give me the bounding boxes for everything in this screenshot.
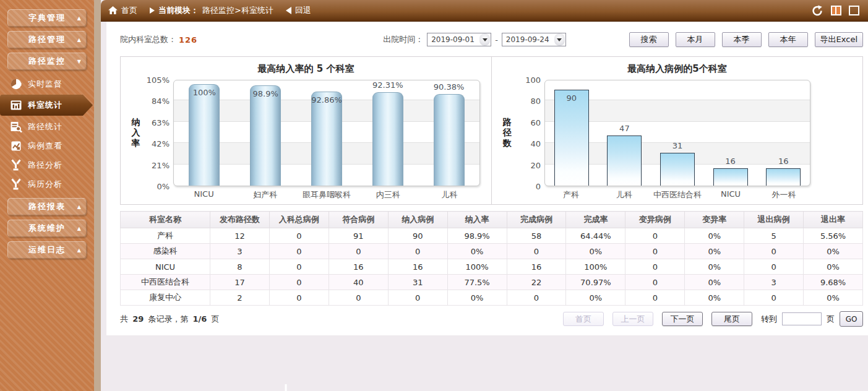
sidebar-item-病例查看[interactable]: 病例查看 bbox=[0, 136, 94, 155]
y-axis-tick: 20 bbox=[530, 161, 541, 170]
table-header-cell: 完成率 bbox=[566, 212, 625, 228]
table-cell: 0 bbox=[388, 244, 447, 259]
record-analysis-icon bbox=[10, 178, 22, 191]
sidebar-item-label: 科室统计 bbox=[28, 100, 62, 111]
chevron-up-icon: ▲ bbox=[77, 15, 81, 21]
table-cell: 中西医结合科 bbox=[121, 275, 210, 290]
search-button[interactable]: 搜索 bbox=[629, 32, 669, 47]
chart-top-admission-rate: 最高纳入率的 5 个科室 纳入率 0%21%42%63%84%105% 100%… bbox=[121, 57, 491, 204]
table-cell: 0 bbox=[329, 290, 388, 306]
y-axis-title: 纳入率 bbox=[131, 117, 141, 148]
topbar: 首页 当前模块： 路径监控>科室统计 回退 bbox=[101, 0, 868, 22]
y-axis-tick: 80 bbox=[530, 97, 541, 106]
home-link[interactable]: 首页 bbox=[121, 5, 137, 16]
sidebar-item-label: 路径统计 bbox=[28, 121, 62, 132]
table-cell: 0% bbox=[804, 244, 863, 259]
table-cell: 0% bbox=[685, 275, 744, 290]
x-axis-label: 眼耳鼻咽喉科 bbox=[296, 189, 357, 200]
table-header-cell: 纳入病例 bbox=[388, 212, 447, 228]
sidebar-edge-strip bbox=[94, 0, 101, 391]
table-cell: 产科 bbox=[121, 228, 210, 244]
table-cell: 91 bbox=[329, 228, 388, 244]
table-cell: 3 bbox=[210, 244, 270, 259]
x-axis-label: NICU bbox=[173, 189, 234, 200]
chevron-down-icon[interactable] bbox=[479, 33, 490, 46]
table-cell: 0% bbox=[804, 259, 863, 275]
table-cell: 0 bbox=[269, 244, 329, 259]
bar bbox=[372, 92, 403, 186]
table-header-cell: 入科总病例 bbox=[269, 212, 329, 228]
go-button[interactable]: GO bbox=[840, 311, 863, 327]
prev-page-button: 上一页 bbox=[612, 312, 653, 326]
sidebar-item-label: 病例查看 bbox=[28, 140, 62, 152]
sidebar-item-科室统计[interactable]: 科室统计 bbox=[0, 95, 93, 116]
this-year-button[interactable]: 本年 bbox=[768, 32, 808, 47]
sidebar-group-路径报表[interactable]: 路径报表▲ bbox=[7, 198, 87, 215]
chevron-up-icon: ▲ bbox=[77, 247, 81, 253]
y-axis-tick: 21% bbox=[152, 161, 170, 170]
x-axis-label: 中西医结合科 bbox=[651, 189, 704, 200]
table-cell: 0% bbox=[566, 290, 625, 306]
sidebar-item-路径统计[interactable]: 路径统计 bbox=[0, 117, 94, 136]
bar-value-label: 98.9% bbox=[253, 89, 278, 98]
plot-area: 9047311616 bbox=[544, 80, 810, 186]
table-cell: 0 bbox=[507, 290, 566, 306]
sidebar-item-label: 实时监督 bbox=[28, 79, 62, 90]
sidebar-group-字典管理[interactable]: 字典管理▲ bbox=[7, 9, 87, 27]
goto-page-input[interactable] bbox=[782, 312, 822, 325]
refresh-icon[interactable] bbox=[811, 5, 823, 17]
sidebar-group-路径监控[interactable]: 路径监控▼ bbox=[7, 53, 87, 70]
date-from-select[interactable]: 2019-09-01 bbox=[427, 33, 491, 46]
sidebar-group-路径管理[interactable]: 路径管理▲ bbox=[7, 31, 87, 48]
sidebar-item-实时监督[interactable]: 实时监督 bbox=[0, 74, 94, 93]
this-quarter-button[interactable]: 本季 bbox=[722, 32, 762, 47]
x-axis-label: 儿科 bbox=[598, 189, 651, 200]
table-cell: 100% bbox=[566, 259, 625, 275]
table-cell: 98.9% bbox=[447, 228, 507, 244]
table-cell: 9.68% bbox=[804, 275, 863, 290]
this-month-button[interactable]: 本月 bbox=[676, 32, 715, 47]
last-page-button[interactable]: 尾页 bbox=[711, 312, 752, 326]
sidebar-group-系统维护[interactable]: 系统维护▲ bbox=[7, 220, 87, 237]
y-axis-tick: 40 bbox=[530, 139, 541, 148]
bar bbox=[189, 84, 220, 186]
sidebar-menu: 字典管理▲路径管理▲路径监控▼实时监督科室统计路径统计病例查看路径分析病历分析路… bbox=[0, 9, 94, 259]
table-cell: 0 bbox=[269, 290, 329, 306]
bar bbox=[554, 90, 589, 186]
chart-title: 最高纳入病例的5个科室 bbox=[496, 63, 859, 75]
back-icon[interactable] bbox=[286, 7, 291, 14]
table-cell: NICU bbox=[121, 259, 210, 275]
discharge-time-label: 出院时间： bbox=[383, 34, 423, 45]
maximize-icon[interactable] bbox=[849, 6, 859, 15]
table-header-cell: 变异病例 bbox=[625, 212, 685, 228]
x-axis-label: 儿科 bbox=[419, 189, 480, 200]
table-cell: 5 bbox=[744, 228, 804, 244]
home-icon[interactable] bbox=[108, 6, 118, 15]
table-cell: 0 bbox=[744, 259, 804, 275]
department-stats-table: 科室名称发布路径数入科总病例符合病例纳入病例纳入率完成病例完成率变异病例变异率退… bbox=[120, 211, 863, 306]
table-cell: 31 bbox=[388, 275, 447, 290]
date-to-select[interactable]: 2019-09-24 bbox=[502, 33, 566, 46]
table-cell: 70.97% bbox=[566, 275, 625, 290]
table-cell: 0 bbox=[625, 275, 685, 290]
chevron-down-icon[interactable] bbox=[554, 33, 565, 46]
sidebar-item-病历分析[interactable]: 病历分析 bbox=[0, 174, 94, 194]
export-excel-button[interactable]: 导出Excel bbox=[815, 32, 863, 47]
chevron-up-icon: ▲ bbox=[77, 204, 81, 210]
table-row: 感染科30000%00%00%00% bbox=[121, 244, 863, 259]
y-axis-tick: 63% bbox=[152, 118, 170, 127]
table-cell: 0 bbox=[269, 275, 329, 290]
table-header-cell: 变异率 bbox=[685, 212, 744, 228]
split-panes-icon[interactable] bbox=[831, 6, 841, 15]
table-cell: 0 bbox=[625, 228, 685, 244]
bar bbox=[713, 168, 748, 186]
next-page-button[interactable]: 下一页 bbox=[662, 312, 703, 326]
back-link[interactable]: 回退 bbox=[295, 5, 311, 16]
sidebar-item-路径分析[interactable]: 路径分析 bbox=[0, 155, 94, 174]
chevron-up-icon: ▲ bbox=[77, 37, 81, 43]
y-axis: 020406080100 bbox=[515, 80, 544, 186]
goto-suffix-label: 页 bbox=[827, 314, 835, 325]
main-area: 首页 当前模块： 路径监控>科室统计 回退 bbox=[101, 0, 868, 391]
module-arrow-icon bbox=[150, 7, 155, 14]
sidebar-group-运维日志[interactable]: 运维日志▲ bbox=[7, 241, 87, 259]
